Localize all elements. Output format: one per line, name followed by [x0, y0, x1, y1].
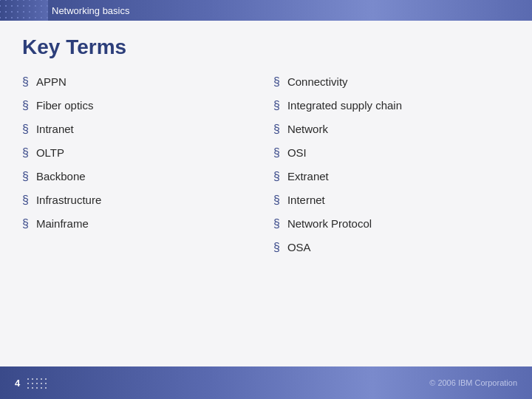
top-header-bar: Networking basics	[0, 0, 532, 21]
term-label: Infrastructure	[36, 194, 101, 206]
list-item: §Infrastructure	[22, 194, 259, 207]
term-label: Network	[287, 123, 328, 135]
list-item: §OLTP	[22, 146, 259, 160]
term-label: Connectivity	[287, 75, 348, 88]
bullet-icon: §	[273, 75, 280, 89]
right-column: §Connectivity§Integrated supply chain§Ne…	[273, 75, 510, 265]
list-item: §Network	[273, 123, 510, 136]
bullet-icon: §	[22, 217, 29, 231]
term-label: Integrated supply chain	[287, 99, 402, 112]
bullet-icon: §	[273, 217, 280, 231]
bullet-icon: §	[273, 99, 280, 112]
list-item: §Integrated supply chain	[273, 99, 510, 112]
left-column: §APPN§Fiber optics§Intranet§OLTP§Backbon…	[22, 75, 259, 265]
term-label: Mainframe	[36, 217, 89, 230]
bottom-left: 4	[15, 375, 47, 390]
bullet-icon: §	[22, 123, 29, 136]
bullet-icon: §	[22, 99, 29, 112]
term-label: OLTP	[36, 146, 64, 159]
list-item: §Internet	[273, 194, 510, 207]
term-label: APPN	[36, 75, 66, 88]
term-label: OSI	[287, 146, 307, 159]
bullet-icon: §	[22, 194, 29, 207]
term-label: Fiber optics	[36, 99, 94, 112]
list-item: §OSI	[273, 146, 510, 160]
list-item: §Intranet	[22, 123, 259, 136]
term-label: Intranet	[36, 123, 74, 135]
term-label: Extranet	[287, 170, 329, 183]
bullet-icon: §	[273, 194, 280, 207]
main-content: Key Terms §APPN§Fiber optics§Intranet§OL…	[0, 21, 532, 366]
term-label: Backbone	[36, 170, 86, 183]
list-item: §Backbone	[22, 170, 259, 183]
bullet-icon: §	[22, 170, 29, 183]
term-label: OSA	[287, 241, 311, 253]
header-title: Networking basics	[52, 5, 130, 16]
list-item: §Network Protocol	[273, 217, 510, 231]
bullet-icon: §	[22, 75, 29, 89]
page-number: 4	[15, 378, 20, 389]
term-label: Network Protocol	[287, 217, 372, 230]
list-item: §OSA	[273, 241, 510, 254]
terms-container: §APPN§Fiber optics§Intranet§OLTP§Backbon…	[22, 75, 510, 265]
term-label: Internet	[287, 194, 325, 206]
list-item: §APPN	[22, 75, 259, 89]
list-item: §Mainframe	[22, 217, 259, 231]
page-title: Key Terms	[22, 35, 510, 59]
bullet-icon: §	[22, 146, 29, 160]
list-item: §Fiber optics	[22, 99, 259, 112]
bullet-icon: §	[273, 123, 280, 136]
bullet-icon: §	[273, 241, 280, 254]
list-item: §Extranet	[273, 170, 510, 183]
bottom-footer-bar: 4 © 2006 IBM Corporation	[0, 366, 532, 399]
bottom-bar-decoration	[24, 375, 47, 390]
bullet-icon: §	[273, 146, 280, 160]
list-item: §Connectivity	[273, 75, 510, 89]
bullet-icon: §	[273, 170, 280, 183]
copyright: © 2006 IBM Corporation	[429, 378, 517, 387]
top-bar-decoration	[0, 0, 48, 21]
